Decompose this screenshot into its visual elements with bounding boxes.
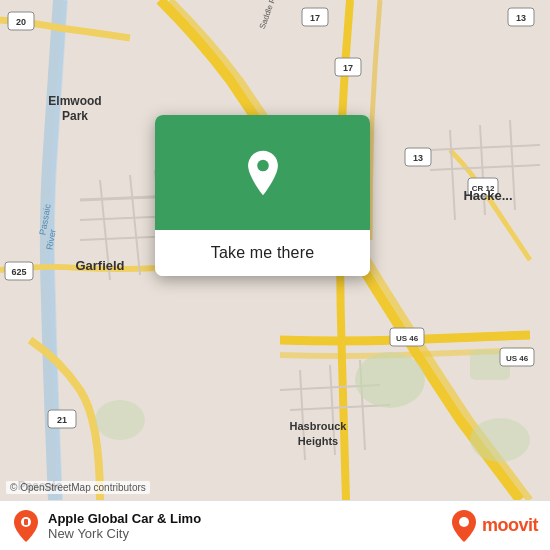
moovit-logo-left [12, 509, 40, 543]
svg-point-21 [355, 352, 425, 408]
svg-text:17: 17 [343, 63, 353, 73]
svg-text:Garfield: Garfield [75, 258, 124, 273]
svg-text:Hacke...: Hacke... [463, 188, 512, 203]
place-city: New York City [48, 526, 442, 541]
moovit-brand-pin-icon [450, 509, 478, 543]
svg-point-22 [95, 400, 145, 440]
moovit-branding: moovit [450, 509, 538, 543]
footer-info: Apple Global Car & Limo New York City [48, 511, 442, 541]
moovit-pin-icon [12, 509, 40, 543]
svg-text:13: 13 [413, 153, 423, 163]
svg-point-58 [257, 159, 269, 171]
footer-bar: Apple Global Car & Limo New York City mo… [0, 500, 550, 550]
svg-text:13: 13 [516, 13, 526, 23]
svg-text:20: 20 [16, 17, 26, 27]
svg-text:US 46: US 46 [396, 334, 419, 343]
svg-text:US 46: US 46 [506, 354, 529, 363]
svg-text:Elmwood: Elmwood [48, 94, 101, 108]
svg-rect-60 [24, 519, 28, 525]
svg-point-61 [459, 517, 469, 527]
map-container: 20 17 17 17 13 13 CR 12 US 46 US 46 21 6… [0, 0, 550, 500]
take-me-there-button[interactable]: Take me there [155, 230, 370, 276]
popup-green-header [155, 115, 370, 230]
map-attribution: © OpenStreetMap contributors [6, 481, 150, 494]
svg-text:Heights: Heights [298, 435, 338, 447]
svg-text:17: 17 [310, 13, 320, 23]
svg-text:21: 21 [57, 415, 67, 425]
svg-text:Park: Park [62, 109, 88, 123]
popup-card: Take me there [155, 115, 370, 276]
moovit-label: moovit [482, 515, 538, 536]
svg-point-24 [470, 418, 530, 462]
svg-text:Hasbrouck: Hasbrouck [290, 420, 348, 432]
svg-text:625: 625 [11, 267, 26, 277]
location-pin-icon [239, 149, 287, 197]
place-name: Apple Global Car & Limo [48, 511, 442, 526]
